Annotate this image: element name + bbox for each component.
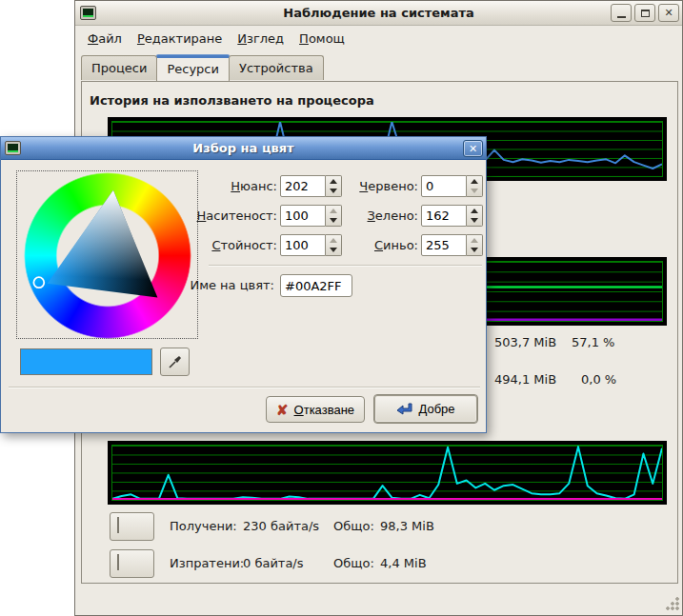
menubar: Файл Редактиране Изглед Помощ: [75, 26, 682, 51]
maximize-button[interactable]: [634, 4, 655, 22]
cpu-history-heading: История на използването на процесора: [90, 93, 374, 108]
green-label: Зелено:: [344, 205, 418, 227]
ok-arrow-icon: [396, 402, 412, 416]
dialog-icon: [5, 141, 21, 155]
hue-input[interactable]: [280, 175, 326, 197]
sent-label: Изпратени:: [170, 556, 244, 570]
close-icon: ✕: [664, 7, 673, 19]
red-label: Червено:: [344, 175, 418, 197]
value-label: Стойност:: [172, 234, 277, 256]
saturation-label: Наситеност:: [172, 205, 277, 227]
tab-resources[interactable]: Ресурси: [156, 55, 230, 81]
menu-file[interactable]: Файл: [81, 29, 129, 49]
screen: Наблюдение на системата ✕ Файл Редактира…: [0, 0, 683, 616]
tabbar: Процеси Ресурси Устройства: [75, 51, 682, 79]
saturation-spinner[interactable]: [326, 205, 342, 227]
sent-total-label: Общо:: [333, 556, 374, 570]
current-color-swatch: [20, 348, 152, 375]
value-input[interactable]: [280, 234, 326, 256]
hsv-triangle[interactable]: [17, 171, 197, 338]
window-title: Наблюдение на системата: [75, 6, 682, 20]
color-name-input[interactable]: [280, 274, 352, 297]
dialog-close-button[interactable]: ✕: [463, 140, 483, 157]
system-monitor-icon: [80, 6, 96, 20]
tab-devices[interactable]: Устройства: [229, 55, 324, 80]
red-spinner[interactable]: [467, 175, 483, 197]
ok-button[interactable]: Добре: [373, 394, 478, 424]
menu-help[interactable]: Помощ: [292, 29, 352, 49]
saturation-input[interactable]: [280, 205, 326, 227]
color-name-label: Име на цвят:: [170, 274, 274, 296]
blue-label: Синьо:: [344, 234, 418, 256]
received-total: 98,3 MiB: [380, 519, 434, 533]
received-color-swatch: [117, 517, 119, 533]
hue-marker[interactable]: [33, 277, 44, 288]
hue-spinner[interactable]: [326, 175, 342, 197]
green-input[interactable]: [421, 205, 467, 227]
sent-color-button[interactable]: [110, 549, 154, 578]
minimize-button[interactable]: [611, 4, 632, 22]
resize-grip[interactable]: [665, 597, 679, 611]
sent-rate: 0 байта/s: [243, 556, 304, 570]
received-total-label: Общо:: [333, 519, 374, 533]
received-label: Получени:: [170, 519, 237, 533]
sent-color-swatch: [117, 554, 119, 570]
dialog-title: Избор на цвят: [1, 141, 486, 155]
ok-label: Добре: [418, 402, 454, 416]
tab-processes[interactable]: Процеси: [81, 55, 157, 80]
cancel-label: Отказване: [294, 403, 355, 417]
memory-used-value: 503,7 MiB: [494, 335, 556, 349]
color-wheel[interactable]: [16, 170, 198, 339]
swap-used-value: 494,1 MiB: [494, 372, 556, 387]
received-rate: 230 байта/s: [243, 519, 319, 533]
eyedropper-icon: [168, 354, 183, 369]
cancel-x-icon: ✘: [276, 403, 289, 417]
swap-used-percent: 0,0 %: [581, 372, 616, 387]
hue-label: Нюанс:: [172, 175, 277, 197]
green-spinner[interactable]: [467, 205, 483, 227]
blue-input[interactable]: [421, 234, 467, 256]
dialog-titlebar[interactable]: Избор на цвят ✕: [1, 137, 486, 160]
fields-separator: [209, 265, 482, 267]
maximize-icon: [641, 10, 650, 17]
action-separator: [9, 387, 480, 388]
blue-spinner[interactable]: [467, 234, 483, 256]
received-color-button[interactable]: [110, 512, 154, 541]
menu-view[interactable]: Изглед: [231, 29, 291, 49]
minimize-icon: [617, 16, 626, 18]
close-icon: ✕: [469, 143, 477, 155]
color-picker-dialog: Избор на цвят ✕ Нюанс:: [0, 136, 487, 433]
statusbar: [75, 584, 682, 615]
menu-edit[interactable]: Редактиране: [131, 29, 229, 49]
red-input[interactable]: [421, 175, 467, 197]
memory-used-percent: 57,1 %: [572, 335, 614, 349]
eyedropper-button[interactable]: [160, 348, 190, 376]
value-spinner[interactable]: [326, 234, 342, 256]
network-history-chart: [108, 441, 667, 505]
cancel-button[interactable]: ✘ Отказване: [266, 396, 365, 423]
main-titlebar[interactable]: Наблюдение на системата ✕: [75, 1, 682, 26]
network-received-line: [112, 447, 662, 499]
sent-total: 4,4 MiB: [380, 556, 427, 570]
close-button[interactable]: ✕: [658, 4, 679, 22]
